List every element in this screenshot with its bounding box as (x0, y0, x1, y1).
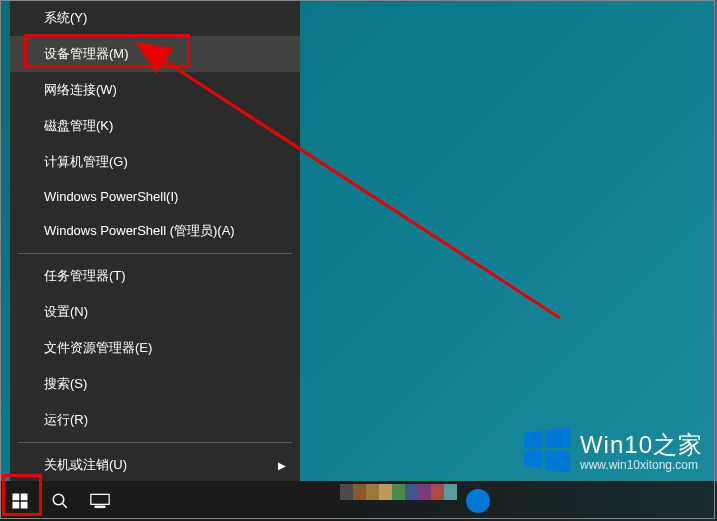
winx-context-menu: 系统(Y) 设备管理器(M) 网络连接(W) 磁盘管理(K) 计算机管理(G) … (10, 0, 300, 485)
menu-label: 磁盘管理(K) (44, 118, 113, 133)
svg-rect-0 (13, 494, 20, 501)
search-button[interactable] (40, 481, 80, 521)
menu-item-explorer[interactable]: 文件资源管理器(E) (10, 330, 300, 366)
edge-icon[interactable] (466, 489, 490, 513)
separator (18, 253, 292, 254)
menu-item-system[interactable]: 系统(Y) (10, 0, 300, 36)
menu-label: 网络连接(W) (44, 82, 117, 97)
menu-label: 设置(N) (44, 304, 88, 319)
menu-item-network[interactable]: 网络连接(W) (10, 72, 300, 108)
task-view-button[interactable] (80, 481, 120, 521)
menu-label: 文件资源管理器(E) (44, 340, 152, 355)
menu-item-run[interactable]: 运行(R) (10, 402, 300, 438)
svg-line-5 (62, 503, 67, 508)
svg-rect-2 (13, 502, 20, 509)
menu-label: 设备管理器(M) (44, 46, 129, 61)
menu-item-task-manager[interactable]: 任务管理器(T) (10, 258, 300, 294)
menu-item-search[interactable]: 搜索(S) (10, 366, 300, 402)
svg-rect-7 (95, 506, 105, 508)
svg-rect-6 (91, 494, 109, 504)
svg-rect-1 (21, 494, 28, 501)
start-button[interactable] (0, 481, 40, 521)
separator (18, 442, 292, 443)
windows-logo-icon (524, 427, 570, 477)
menu-label: 搜索(S) (44, 376, 87, 391)
menu-item-powershell[interactable]: Windows PowerShell(I) (10, 180, 300, 213)
menu-item-device-manager[interactable]: 设备管理器(M) (10, 36, 300, 72)
menu-label: 系统(Y) (44, 10, 87, 25)
menu-item-settings[interactable]: 设置(N) (10, 294, 300, 330)
svg-rect-3 (21, 502, 28, 509)
svg-point-4 (53, 494, 64, 505)
menu-label: 任务管理器(T) (44, 268, 126, 283)
menu-label: 关机或注销(U) (44, 457, 127, 472)
menu-item-disk-mgmt[interactable]: 磁盘管理(K) (10, 108, 300, 144)
search-icon (51, 492, 69, 510)
submenu-arrow-icon: ▶ (278, 460, 286, 471)
watermark-url: www.win10xitong.com (580, 459, 703, 472)
menu-label: 计算机管理(G) (44, 154, 128, 169)
menu-label: 运行(R) (44, 412, 88, 427)
menu-label: Windows PowerShell(I) (44, 189, 178, 204)
menu-item-computer-mgmt[interactable]: 计算机管理(G) (10, 144, 300, 180)
taskbar-color-preview (340, 484, 457, 518)
menu-label: Windows PowerShell (管理员)(A) (44, 223, 235, 238)
watermark: Win10之家 www.win10xitong.com (524, 427, 703, 477)
menu-item-powershell-admin[interactable]: Windows PowerShell (管理员)(A) (10, 213, 300, 249)
windows-logo-icon (11, 492, 29, 510)
watermark-title: Win10之家 (580, 432, 703, 458)
menu-item-shutdown[interactable]: 关机或注销(U) ▶ (10, 447, 300, 483)
task-view-icon (90, 493, 110, 509)
